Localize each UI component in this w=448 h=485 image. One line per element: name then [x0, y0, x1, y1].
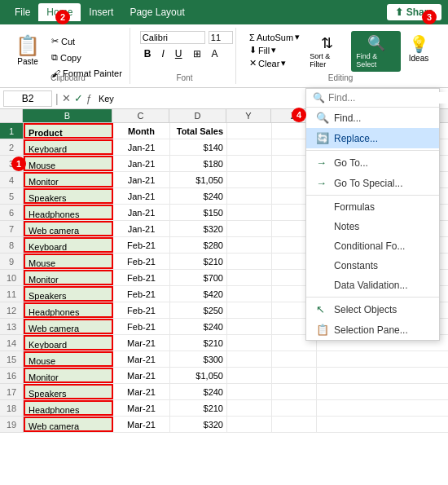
cell-product[interactable]: Keyboard [24, 139, 113, 155]
cell-product[interactable]: Web camera [24, 221, 113, 236]
header-month[interactable]: Month [113, 123, 170, 139]
cell-product[interactable]: Headphones [24, 302, 113, 318]
row-num-19[interactable]: 19 [0, 417, 23, 433]
cell-sales[interactable]: $240 [170, 188, 227, 204]
cell-sales[interactable]: $210 [170, 400, 227, 416]
dropdown-item-data_validation[interactable]: Data Validation... [306, 276, 439, 295]
cell-month[interactable]: Feb-21 [113, 319, 170, 334]
cell-sales[interactable]: $240 [170, 384, 227, 399]
cell-sales[interactable]: $210 [170, 335, 227, 351]
cell-sales[interactable]: $210 [170, 254, 227, 269]
cell-month[interactable]: Jan-21 [113, 156, 170, 171]
header-total-sales[interactable]: Total Sales [170, 123, 227, 139]
cell-month[interactable]: Mar-21 [113, 417, 170, 432]
ideas-button[interactable]: 💡 Ideas [402, 31, 435, 66]
cell-product[interactable]: Mouse [24, 254, 113, 269]
tab-insert[interactable]: Insert [81, 3, 121, 21]
cell-product[interactable]: Monitor [24, 172, 113, 187]
cell-month[interactable]: Feb-21 [113, 286, 170, 302]
cut-button[interactable]: ✂ Cut [48, 34, 125, 48]
row-num-15[interactable]: 15 [0, 351, 23, 368]
row-num-16[interactable]: 16 [0, 368, 23, 384]
cell-sales[interactable]: $320 [170, 221, 227, 236]
row-num-18[interactable]: 18 [0, 400, 23, 417]
dropdown-item-select_objects[interactable]: ↖Select Objects [306, 299, 439, 320]
cell-month[interactable]: Jan-21 [113, 139, 170, 155]
cell-product[interactable]: Speakers [24, 384, 113, 399]
find-select-button[interactable]: 🔍 Find & Select [351, 31, 401, 72]
cell-month[interactable]: Feb-21 [113, 270, 170, 285]
cell-reference-input[interactable] [3, 90, 52, 107]
cell-sales[interactable]: $300 [170, 351, 227, 367]
paste-button[interactable]: 📋 Paste [11, 31, 45, 69]
row-num-5[interactable]: 5 [0, 188, 23, 205]
dropdown-item-selection_pane[interactable]: 📋Selection Pane... [306, 320, 439, 340]
row-num-12[interactable]: 12 [0, 302, 23, 319]
insert-function-icon[interactable]: ƒ [86, 92, 92, 104]
copy-button[interactable]: ⧉ Copy [48, 51, 125, 64]
cell-product[interactable]: Keyboard [24, 237, 113, 253]
cell-month[interactable]: Mar-21 [113, 351, 170, 367]
row-num-11[interactable]: 11 [0, 286, 23, 302]
dropdown-item-replace[interactable]: 🔄Replace... [306, 128, 439, 148]
cell-product[interactable]: Headphones [24, 205, 113, 220]
cell-sales[interactable]: $150 [170, 205, 227, 220]
clear-button[interactable]: ✕ Clear ▾ [246, 57, 303, 69]
sort-filter-button[interactable]: ⇅ Sort & Filter [305, 31, 349, 72]
cell-month[interactable]: Jan-21 [113, 221, 170, 236]
cell-sales[interactable]: $250 [170, 302, 227, 318]
dropdown-item-goto_special[interactable]: →Go To Special... [306, 173, 439, 193]
row-num-8[interactable]: 8 [0, 237, 23, 254]
tab-file[interactable]: File [7, 3, 38, 21]
header-product[interactable]: Product [24, 123, 113, 139]
col-header-y[interactable]: Y [226, 109, 271, 122]
dropdown-item-goto[interactable]: →Go To... [306, 152, 439, 173]
cell-product[interactable]: Speakers [24, 188, 113, 204]
cell-product[interactable]: Speakers [24, 286, 113, 302]
cell-month[interactable]: Mar-21 [113, 384, 170, 399]
cell-sales[interactable]: $700 [170, 270, 227, 285]
cell-month[interactable]: Feb-21 [113, 302, 170, 318]
row-num-9[interactable]: 9 [0, 254, 23, 270]
italic-button[interactable]: I [158, 46, 169, 62]
underline-button[interactable]: U [171, 46, 187, 62]
cell-sales[interactable]: $180 [170, 156, 227, 171]
fill-button[interactable]: ⬇ Fill ▾ [246, 44, 303, 56]
bold-button[interactable]: B [140, 46, 156, 62]
cell-month[interactable]: Feb-21 [113, 254, 170, 269]
col-header-c[interactable]: C [112, 109, 169, 122]
row-num-17[interactable]: 17 [0, 384, 23, 400]
cell-sales[interactable]: $280 [170, 237, 227, 253]
cell-product[interactable]: Monitor [24, 270, 113, 285]
cell-product[interactable]: Mouse [24, 351, 113, 367]
cell-product[interactable]: Headphones [24, 400, 113, 416]
col-header-d[interactable]: D [169, 109, 226, 122]
cell-month[interactable]: Jan-21 [113, 205, 170, 220]
cell-month[interactable]: Jan-21 [113, 172, 170, 187]
row-num-1[interactable]: 1 [0, 123, 23, 139]
cell-month[interactable]: Jan-21 [113, 188, 170, 204]
row-num-7[interactable]: 7 [0, 221, 23, 237]
cell-product[interactable]: Keyboard [24, 335, 113, 351]
cell-sales[interactable]: $1,050 [170, 368, 227, 383]
cell-sales[interactable]: $140 [170, 139, 227, 155]
cell-product[interactable]: Web camera [24, 417, 113, 432]
cell-sales[interactable]: $420 [170, 286, 227, 302]
dropdown-item-formulas[interactable]: Formulas [306, 197, 439, 217]
cell-month[interactable]: Mar-21 [113, 400, 170, 416]
cell-sales[interactable]: $1,050 [170, 172, 227, 187]
cell-sales[interactable]: $240 [170, 319, 227, 334]
cell-product[interactable]: Web camera [24, 319, 113, 334]
tab-pagelayout[interactable]: Page Layout [121, 3, 192, 21]
dropdown-item-find[interactable]: 🔍Find... [306, 108, 439, 128]
cell-month[interactable]: Feb-21 [113, 237, 170, 253]
cell-product[interactable]: Mouse [24, 156, 113, 171]
autosum-button[interactable]: Σ AutoSum ▾ [246, 31, 303, 43]
cell-month[interactable]: Mar-21 [113, 368, 170, 383]
col-header-b[interactable]: B [23, 109, 112, 122]
search-input[interactable] [328, 92, 448, 104]
row-num-13[interactable]: 13 [0, 319, 23, 335]
cancel-formula-icon[interactable]: ✕ [62, 92, 71, 104]
cell-sales[interactable]: $320 [170, 417, 227, 432]
row-num-6[interactable]: 6 [0, 205, 23, 221]
